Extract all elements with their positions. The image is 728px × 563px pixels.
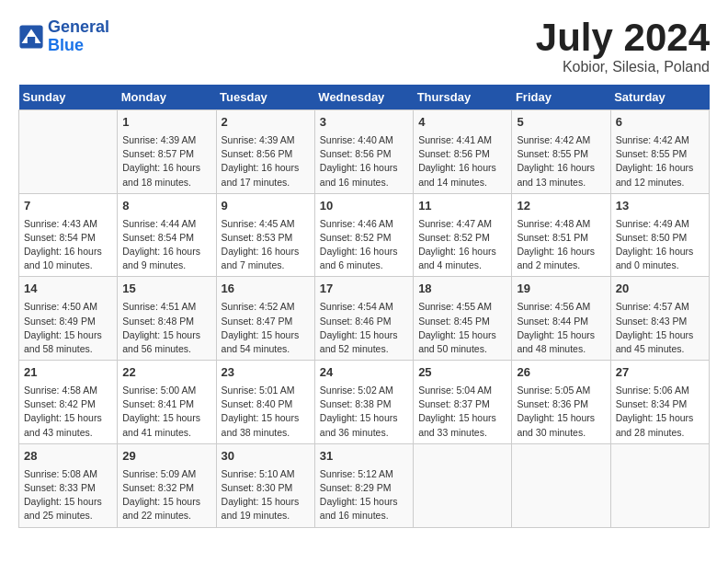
calendar-cell: 29Sunrise: 5:09 AMSunset: 8:32 PMDayligh… bbox=[118, 443, 216, 527]
day-number: 2 bbox=[222, 114, 310, 132]
day-info: Sunrise: 5:10 AMSunset: 8:30 PMDaylight:… bbox=[222, 467, 310, 523]
calendar-cell: 22Sunrise: 5:00 AMSunset: 8:41 PMDayligh… bbox=[118, 361, 216, 444]
logo: General Blue bbox=[18, 18, 109, 55]
day-info: Sunrise: 5:04 AMSunset: 8:37 PMDaylight:… bbox=[418, 384, 506, 440]
day-info: Sunrise: 4:42 AMSunset: 8:55 PMDaylight:… bbox=[517, 133, 605, 190]
calendar-cell: 2Sunrise: 4:39 AMSunset: 8:56 PMDaylight… bbox=[216, 110, 314, 194]
calendar-cell: 12Sunrise: 4:48 AMSunset: 8:51 PMDayligh… bbox=[512, 193, 610, 277]
day-info: Sunrise: 4:45 AMSunset: 8:53 PMDaylight:… bbox=[222, 217, 310, 273]
calendar-cell: 30Sunrise: 5:10 AMSunset: 8:30 PMDayligh… bbox=[216, 443, 314, 527]
day-info: Sunrise: 4:39 AMSunset: 8:56 PMDaylight:… bbox=[222, 133, 310, 190]
day-info: Sunrise: 4:52 AMSunset: 8:47 PMDaylight:… bbox=[222, 300, 310, 356]
calendar-table: SundayMondayTuesdayWednesdayThursdayFrid… bbox=[18, 85, 710, 528]
calendar-cell: 28Sunrise: 5:08 AMSunset: 8:33 PMDayligh… bbox=[19, 443, 118, 527]
day-number: 13 bbox=[616, 198, 704, 215]
day-info: Sunrise: 5:00 AMSunset: 8:41 PMDaylight:… bbox=[122, 384, 210, 440]
calendar-cell: 31Sunrise: 5:12 AMSunset: 8:29 PMDayligh… bbox=[314, 443, 413, 527]
calendar-week-2: 7Sunrise: 4:43 AMSunset: 8:54 PMDaylight… bbox=[19, 193, 710, 277]
calendar-cell: 13Sunrise: 4:49 AMSunset: 8:50 PMDayligh… bbox=[610, 193, 709, 277]
day-number: 7 bbox=[24, 198, 112, 215]
logo-icon bbox=[18, 24, 44, 50]
day-number: 19 bbox=[517, 281, 605, 298]
calendar-cell: 11Sunrise: 4:47 AMSunset: 8:52 PMDayligh… bbox=[414, 193, 512, 277]
day-number: 18 bbox=[418, 281, 506, 298]
calendar-cell: 19Sunrise: 4:56 AMSunset: 8:44 PMDayligh… bbox=[512, 277, 610, 361]
weekday-header-wednesday: Wednesday bbox=[314, 85, 413, 110]
day-info: Sunrise: 4:40 AMSunset: 8:56 PMDaylight:… bbox=[320, 133, 408, 190]
day-number: 14 bbox=[24, 281, 112, 298]
svg-rect-2 bbox=[28, 37, 35, 43]
weekday-header-sunday: Sunday bbox=[19, 85, 118, 110]
day-number: 10 bbox=[320, 198, 408, 215]
weekday-header-friday: Friday bbox=[512, 85, 610, 110]
day-info: Sunrise: 4:56 AMSunset: 8:44 PMDaylight:… bbox=[517, 300, 605, 356]
calendar-cell bbox=[512, 443, 610, 527]
calendar-cell: 21Sunrise: 4:58 AMSunset: 8:42 PMDayligh… bbox=[19, 361, 118, 444]
day-info: Sunrise: 5:12 AMSunset: 8:29 PMDaylight:… bbox=[320, 467, 408, 523]
day-info: Sunrise: 4:49 AMSunset: 8:50 PMDaylight:… bbox=[616, 217, 704, 273]
day-info: Sunrise: 5:02 AMSunset: 8:38 PMDaylight:… bbox=[320, 384, 408, 440]
calendar-cell: 17Sunrise: 4:54 AMSunset: 8:46 PMDayligh… bbox=[314, 277, 413, 361]
day-number: 21 bbox=[24, 364, 112, 382]
day-number: 16 bbox=[222, 281, 310, 298]
calendar-cell: 18Sunrise: 4:55 AMSunset: 8:45 PMDayligh… bbox=[414, 277, 512, 361]
day-info: Sunrise: 4:57 AMSunset: 8:43 PMDaylight:… bbox=[616, 300, 704, 356]
day-number: 22 bbox=[122, 364, 210, 382]
day-number: 20 bbox=[616, 281, 704, 298]
calendar-cell: 15Sunrise: 4:51 AMSunset: 8:48 PMDayligh… bbox=[118, 277, 216, 361]
day-info: Sunrise: 4:48 AMSunset: 8:51 PMDaylight:… bbox=[517, 217, 605, 273]
day-number: 30 bbox=[222, 448, 310, 465]
day-number: 11 bbox=[418, 198, 506, 215]
calendar-cell: 4Sunrise: 4:41 AMSunset: 8:56 PMDaylight… bbox=[414, 110, 512, 194]
calendar-cell: 1Sunrise: 4:39 AMSunset: 8:57 PMDaylight… bbox=[118, 110, 216, 194]
calendar-cell: 14Sunrise: 4:50 AMSunset: 8:49 PMDayligh… bbox=[19, 277, 118, 361]
day-number: 17 bbox=[320, 281, 408, 298]
day-info: Sunrise: 4:43 AMSunset: 8:54 PMDaylight:… bbox=[24, 217, 112, 273]
calendar-cell: 25Sunrise: 5:04 AMSunset: 8:37 PMDayligh… bbox=[414, 361, 512, 444]
calendar-cell: 20Sunrise: 4:57 AMSunset: 8:43 PMDayligh… bbox=[610, 277, 709, 361]
day-number: 9 bbox=[222, 198, 310, 215]
day-number: 31 bbox=[320, 448, 408, 465]
calendar-cell: 23Sunrise: 5:01 AMSunset: 8:40 PMDayligh… bbox=[216, 361, 314, 444]
day-number: 6 bbox=[616, 114, 704, 132]
calendar-cell: 3Sunrise: 4:40 AMSunset: 8:56 PMDaylight… bbox=[314, 110, 413, 194]
calendar-cell: 26Sunrise: 5:05 AMSunset: 8:36 PMDayligh… bbox=[512, 361, 610, 444]
day-info: Sunrise: 4:51 AMSunset: 8:48 PMDaylight:… bbox=[122, 300, 210, 356]
day-info: Sunrise: 4:58 AMSunset: 8:42 PMDaylight:… bbox=[24, 384, 112, 440]
day-number: 4 bbox=[418, 114, 506, 132]
day-number: 12 bbox=[517, 198, 605, 215]
day-number: 15 bbox=[122, 281, 210, 298]
day-number: 23 bbox=[222, 364, 310, 382]
day-info: Sunrise: 5:05 AMSunset: 8:36 PMDaylight:… bbox=[517, 384, 605, 440]
weekday-header-saturday: Saturday bbox=[610, 85, 709, 110]
calendar-week-4: 21Sunrise: 4:58 AMSunset: 8:42 PMDayligh… bbox=[19, 361, 710, 444]
day-info: Sunrise: 4:50 AMSunset: 8:49 PMDaylight:… bbox=[24, 300, 112, 356]
calendar-cell bbox=[610, 443, 709, 527]
day-info: Sunrise: 4:46 AMSunset: 8:52 PMDaylight:… bbox=[320, 217, 408, 273]
day-number: 1 bbox=[122, 114, 210, 132]
calendar-cell: 10Sunrise: 4:46 AMSunset: 8:52 PMDayligh… bbox=[314, 193, 413, 277]
calendar-week-3: 14Sunrise: 4:50 AMSunset: 8:49 PMDayligh… bbox=[19, 277, 710, 361]
day-info: Sunrise: 4:39 AMSunset: 8:57 PMDaylight:… bbox=[122, 133, 210, 190]
calendar-cell: 27Sunrise: 5:06 AMSunset: 8:34 PMDayligh… bbox=[610, 361, 709, 444]
calendar-cell: 7Sunrise: 4:43 AMSunset: 8:54 PMDaylight… bbox=[19, 193, 118, 277]
day-info: Sunrise: 4:41 AMSunset: 8:56 PMDaylight:… bbox=[418, 133, 506, 190]
day-info: Sunrise: 4:55 AMSunset: 8:45 PMDaylight:… bbox=[418, 300, 506, 356]
calendar-cell: 6Sunrise: 4:42 AMSunset: 8:55 PMDaylight… bbox=[610, 110, 709, 194]
calendar-cell: 5Sunrise: 4:42 AMSunset: 8:55 PMDaylight… bbox=[512, 110, 610, 194]
day-number: 29 bbox=[122, 448, 210, 465]
calendar-cell bbox=[414, 443, 512, 527]
weekday-header-monday: Monday bbox=[118, 85, 216, 110]
calendar-cell: 8Sunrise: 4:44 AMSunset: 8:54 PMDaylight… bbox=[118, 193, 216, 277]
day-number: 3 bbox=[320, 114, 408, 132]
day-info: Sunrise: 4:47 AMSunset: 8:52 PMDaylight:… bbox=[418, 217, 506, 273]
day-number: 27 bbox=[616, 364, 704, 382]
day-info: Sunrise: 5:06 AMSunset: 8:34 PMDaylight:… bbox=[616, 384, 704, 440]
page-header: General Blue July 2024 Kobior, Silesia, … bbox=[18, 18, 710, 75]
month-title: July 2024 bbox=[536, 18, 710, 57]
title-area: July 2024 Kobior, Silesia, Poland bbox=[536, 18, 710, 75]
weekday-header-thursday: Thursday bbox=[414, 85, 512, 110]
calendar-cell: 16Sunrise: 4:52 AMSunset: 8:47 PMDayligh… bbox=[216, 277, 314, 361]
day-info: Sunrise: 4:54 AMSunset: 8:46 PMDaylight:… bbox=[320, 300, 408, 356]
day-number: 28 bbox=[24, 448, 112, 465]
